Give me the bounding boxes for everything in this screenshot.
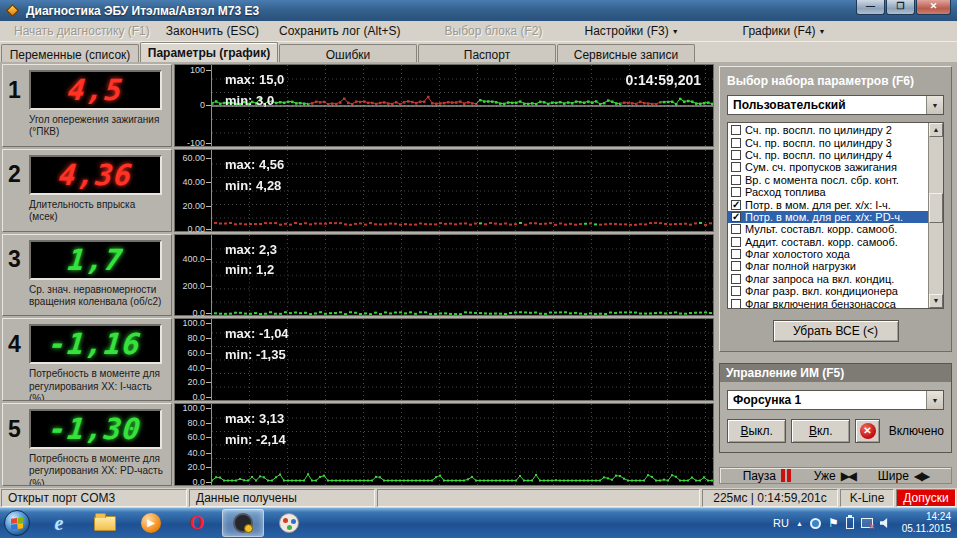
checkbox[interactable]	[731, 125, 741, 135]
chevron-down-icon[interactable]: ▼	[926, 96, 943, 114]
parameter-label: Длительность впрыска (мсек)	[29, 199, 164, 223]
minimize-button[interactable]: —	[856, 0, 885, 15]
y-axis: 1000-100	[175, 65, 211, 146]
checkbox[interactable]	[731, 299, 741, 309]
param-list-item[interactable]: Сч. пр. воспл. по цилиндру 2	[728, 124, 928, 136]
language-indicator[interactable]: RU	[773, 517, 789, 529]
parameter-card: 4-1,16Потребность в моменте для регулиро…	[2, 318, 172, 401]
minmax-label: max: 4,56min: 4,28	[225, 155, 284, 197]
param-list-item[interactable]: Флаг холостого хода	[728, 248, 928, 260]
checkbox[interactable]	[731, 212, 741, 222]
tab-variables-list[interactable]: Переменные (список)	[1, 44, 139, 62]
tab-service-records[interactable]: Сервисные записи	[557, 44, 695, 62]
y-axis: 100.080.060.040.020.00.0	[175, 319, 211, 400]
y-axis-tick: 0.0	[175, 308, 205, 318]
preset-dropdown[interactable]: Пользовательский ▼	[727, 95, 944, 115]
actuator-dropdown[interactable]: Форсунка 1 ▼	[727, 390, 944, 410]
checkbox[interactable]	[731, 249, 741, 259]
param-list-item[interactable]: Флаг полной нагрузки	[728, 260, 928, 272]
remove-all-button[interactable]: Убрать ВСЕ (<)	[773, 320, 899, 342]
param-list-item[interactable]: Аддит. составл. корр. самооб.	[728, 236, 928, 248]
param-list-item[interactable]: Флаг включения бензонасоса	[728, 297, 928, 309]
param-list-item[interactable]: Флаг разр. вкл. кондиционера	[728, 285, 928, 297]
param-list-item[interactable]: Сч. пр. воспл. по цилиндру 4	[728, 149, 928, 161]
restore-button[interactable]: ❐	[886, 0, 915, 15]
scroll-down-icon[interactable]: ▼	[929, 294, 943, 308]
volume-icon[interactable]	[880, 517, 892, 529]
max-label: max: 4,56	[225, 155, 284, 176]
checkbox[interactable]	[731, 274, 741, 284]
parameter-label: Потребность в моменте для регулирования …	[29, 453, 164, 486]
narrower-button[interactable]: Уже ▶◀	[814, 469, 855, 483]
param-list-item[interactable]: Вр. с момента посл. сбр. конт.	[728, 174, 928, 186]
menu-settings[interactable]: Настройки (F3)▼	[578, 22, 684, 40]
taskbar-media-player[interactable]: ▶	[130, 509, 172, 537]
checkbox[interactable]	[731, 138, 741, 148]
start-button[interactable]	[4, 510, 30, 536]
led-display: -1,30	[29, 409, 162, 449]
menu-graphs[interactable]: Графики (F4)▼	[737, 22, 832, 40]
checkbox[interactable]	[731, 261, 741, 271]
taskbar-internet-explorer[interactable]: e	[38, 509, 80, 537]
actuator-off-button[interactable]: Выкл.	[727, 419, 786, 443]
wider-icon: ◀▶	[914, 469, 928, 483]
flag-icon[interactable]: ⚑	[828, 518, 839, 529]
tray-clock[interactable]: 14:24 05.11.2015	[902, 511, 951, 536]
paint-icon	[279, 513, 299, 533]
checkbox[interactable]	[731, 224, 741, 234]
menu-finish[interactable]: Закончить (ESC)	[160, 22, 265, 40]
param-list-item[interactable]: Потр. в мом. для рег. х/х: PD-ч.	[728, 211, 928, 223]
opera-icon: O	[190, 512, 205, 534]
close-button[interactable]: ✕	[916, 0, 951, 15]
parameter-card-top: 4-1,16	[8, 324, 166, 364]
checkbox[interactable]	[731, 237, 741, 247]
y-axis-tick: 100	[175, 65, 205, 75]
app-icon	[6, 4, 19, 17]
param-list-item[interactable]: Расход топлива	[728, 186, 928, 198]
checkbox[interactable]	[731, 162, 741, 172]
list-scrollbar[interactable]: ▲ ▼	[928, 123, 943, 308]
taskbar-diagnostics-app[interactable]	[222, 509, 264, 537]
taskbar-opera[interactable]: O	[176, 509, 218, 537]
windows-flag-icon	[11, 517, 23, 529]
menu-block-select: Выбор блока (F2)	[439, 22, 549, 40]
taskbar-explorer-folder[interactable]	[84, 509, 126, 537]
tab-errors[interactable]: Ошибки	[279, 44, 417, 62]
checkbox[interactable]	[731, 286, 741, 296]
tray-expand-icon[interactable]: ▲	[796, 520, 803, 527]
y-axis-tick: 0.00	[175, 224, 205, 234]
clock-time: 14:24	[902, 511, 951, 524]
actuator-on-button[interactable]: Вкл.	[791, 419, 850, 443]
param-list-item[interactable]: Мульт. составл. корр. самооб.	[728, 223, 928, 235]
actuator-stop-button[interactable]: ✕	[855, 419, 879, 443]
checkbox[interactable]	[731, 187, 741, 197]
chevron-down-icon[interactable]: ▼	[926, 391, 943, 409]
y-axis-tick: 80.0	[175, 418, 205, 428]
battery-icon[interactable]	[846, 517, 854, 529]
tray-app-icon[interactable]	[810, 518, 821, 529]
param-list-item[interactable]: Потр. в мом. для рег. х/х: I-ч.	[728, 198, 928, 210]
max-label: max: 15,0	[225, 70, 284, 91]
wider-button[interactable]: Шире ◀▶	[878, 469, 929, 483]
menu-save-log[interactable]: Сохранить лог (Alt+S)	[273, 22, 407, 40]
status-tolerances-button[interactable]: Допуски	[896, 489, 956, 507]
graph-panel: 1000-100max: 15,0min: 3,00:14:59,201	[174, 64, 714, 147]
scrollbar-thumb[interactable]	[929, 193, 943, 223]
taskbar-paint[interactable]	[268, 509, 310, 537]
tab-passport[interactable]: Паспорт	[418, 44, 556, 62]
status-data-state: Данные получены	[189, 489, 375, 507]
graph-panel: 60.0040.0020.000.00max: 4,56min: 4,28	[174, 149, 714, 232]
param-list-item[interactable]: Сч. пр. воспл. по цилиндру 3	[728, 136, 928, 148]
param-list-item-label: Мульт. составл. корр. самооб.	[745, 223, 897, 235]
scroll-up-icon[interactable]: ▲	[929, 123, 943, 137]
checkbox[interactable]	[731, 175, 741, 185]
network-icon[interactable]	[861, 518, 873, 528]
checkbox[interactable]	[731, 200, 741, 210]
status-protocol: K-Line	[840, 489, 894, 507]
pause-button[interactable]: Пауза	[743, 469, 791, 483]
param-list-item[interactable]: Сум. сч. пропусков зажигания	[728, 161, 928, 173]
tab-parameters-graph[interactable]: Параметры (график)	[140, 42, 278, 62]
checkbox[interactable]	[731, 150, 741, 160]
param-list-item[interactable]: Флаг запроса на вкл. кондиц.	[728, 273, 928, 285]
minmax-label: max: 15,0min: 3,0	[225, 70, 284, 112]
